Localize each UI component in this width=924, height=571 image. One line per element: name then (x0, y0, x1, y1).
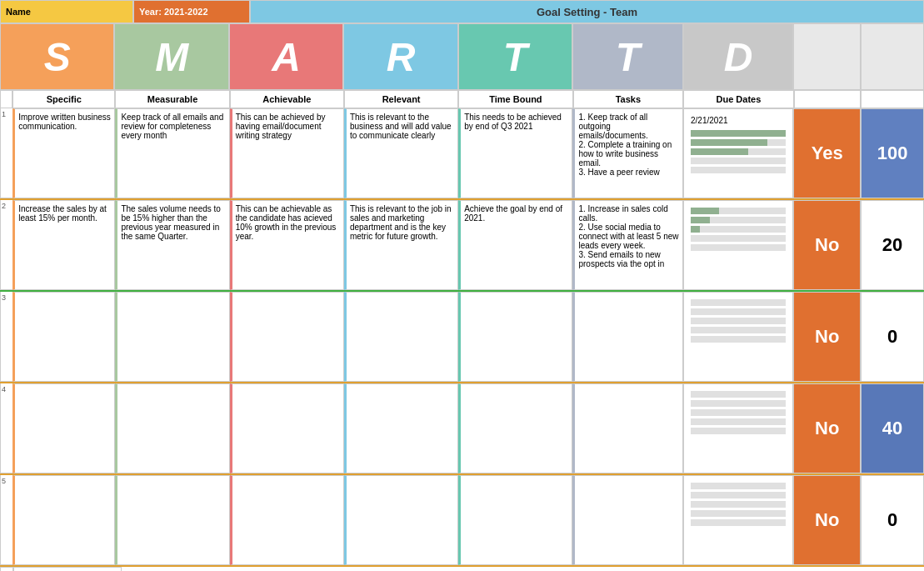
bar-bg (691, 501, 786, 508)
progress-lines (687, 296, 789, 346)
progress-bar (691, 208, 786, 214)
progress-bar (691, 318, 786, 324)
progress-bar (691, 428, 786, 434)
main-title: Goal Setting - Team (250, 0, 924, 23)
tasks-cell[interactable]: 1. Keep track of all outgoing emails/doc… (572, 108, 683, 198)
bar-bg (691, 409, 786, 416)
timebound-cell[interactable] (458, 475, 572, 565)
relevant-cell[interactable] (344, 383, 458, 473)
measurable-cell[interactable] (115, 292, 229, 382)
number-cell: 100 (861, 108, 924, 198)
tasks-cell[interactable] (572, 292, 683, 382)
progress-bar (691, 244, 786, 251)
measurable-cell[interactable]: Keep track of all emails and review for … (115, 108, 229, 198)
yes-no-cell[interactable]: No (793, 200, 861, 290)
progress-bar (691, 308, 786, 315)
specific-cell[interactable] (12, 475, 115, 565)
timebound-cell[interactable]: This needs to be achieved by end of Q3 2… (458, 108, 572, 198)
row-6-num: 6 (0, 567, 13, 571)
year-label[interactable]: Year: 2021-2022 (133, 0, 250, 23)
progress-bar (691, 226, 786, 233)
progress-bar (691, 148, 786, 155)
relevant-cell[interactable]: This is relevant to the business and wil… (344, 108, 458, 198)
measurable-cell[interactable] (115, 475, 229, 565)
bar-bg (691, 208, 786, 214)
specific-cell[interactable]: Increase the sales by at least 15% per m… (12, 200, 115, 290)
due-dates-header: Due Dates (683, 90, 794, 108)
number-cell: 20 (861, 200, 924, 290)
bar-fill (691, 139, 767, 146)
progress-bar (691, 336, 786, 343)
due-date: 2/21/2021 (691, 116, 786, 125)
progress-lines (687, 204, 789, 254)
progress-bar (691, 217, 786, 223)
measurable-cell[interactable] (115, 383, 229, 473)
bar-bg (691, 519, 786, 526)
bar-fill (691, 130, 786, 137)
achievable-cell[interactable]: This can be achieved by having email/doc… (230, 108, 344, 198)
m-header: M (114, 23, 228, 90)
timebound-cell[interactable] (458, 383, 572, 473)
achievable-header: Achievable (230, 90, 344, 108)
relevant-cell[interactable]: This is relevant to the job in sales and… (344, 200, 458, 290)
bar-bg (691, 510, 786, 517)
row-6-s[interactable] (13, 567, 122, 571)
tasks-cell[interactable]: 1. Increase in sales cold calls.2. Use s… (572, 200, 683, 290)
achievable-cell[interactable] (230, 383, 344, 473)
s-header: S (0, 23, 114, 90)
lines-cell (683, 292, 793, 382)
achievable-cell[interactable] (230, 475, 344, 565)
name-label[interactable]: Name (0, 0, 133, 23)
progress-bar (691, 327, 786, 333)
lines-cell: 2/21/2021 (683, 108, 793, 198)
relevant-cell[interactable] (344, 475, 458, 565)
lines-cell (683, 475, 793, 565)
spreadsheet: Name Year: 2021-2022 Goal Setting - Team… (0, 0, 924, 571)
bar-bg (691, 327, 786, 333)
table-row: 3 No 0 (0, 292, 924, 383)
table-row: 1 Improve written business communication… (0, 108, 924, 200)
relevant-cell[interactable] (344, 292, 458, 382)
progress-bar (691, 400, 786, 407)
bar-bg (691, 226, 786, 233)
number-cell: 0 (861, 475, 924, 565)
yes-no-cell[interactable]: No (793, 383, 861, 473)
table-row: 4 No 40 (0, 383, 924, 475)
bar-bg (691, 418, 786, 425)
number-cell: 0 (861, 292, 924, 382)
measurable-cell[interactable]: The sales volume needs to be 15% higher … (115, 200, 229, 290)
row-num-header (0, 90, 12, 108)
bar-bg (691, 336, 786, 343)
specific-cell[interactable] (12, 292, 115, 382)
achievable-cell[interactable] (230, 292, 344, 382)
number-cell: 40 (861, 383, 924, 473)
measurable-header: Measurable (115, 90, 229, 108)
timebound-cell[interactable] (458, 292, 572, 382)
row-number: 1 (0, 108, 12, 198)
progress-bar (691, 519, 786, 526)
r-header: R (343, 23, 457, 90)
bar-fill (691, 217, 710, 223)
row-number: 2 (0, 200, 12, 290)
tasks-cell[interactable] (572, 383, 683, 473)
achievable-cell[interactable]: This can be achievable as the candidate … (230, 200, 344, 290)
bar-fill (691, 226, 700, 233)
yes-no-cell[interactable]: No (793, 475, 861, 565)
yes-no-cell[interactable]: No (793, 292, 861, 382)
yes-no-cell[interactable]: Yes (793, 108, 861, 198)
timebound-header: Time Bound (458, 90, 572, 108)
bar-bg (691, 148, 786, 155)
bar-bg (691, 217, 786, 223)
progress-lines (687, 479, 789, 529)
specific-cell[interactable]: Improve written business communication. (12, 108, 115, 198)
bar-bg (691, 483, 786, 489)
bar-fill (691, 148, 748, 155)
tasks-cell[interactable] (572, 475, 683, 565)
bar-bg (691, 400, 786, 407)
num-header-spacer (861, 23, 924, 90)
progress-bar (691, 501, 786, 508)
progress-bar (691, 510, 786, 517)
timebound-cell[interactable]: Achieve the goal by end of 2021. (458, 200, 572, 290)
progress-bar (691, 235, 786, 242)
specific-cell[interactable] (12, 383, 115, 473)
